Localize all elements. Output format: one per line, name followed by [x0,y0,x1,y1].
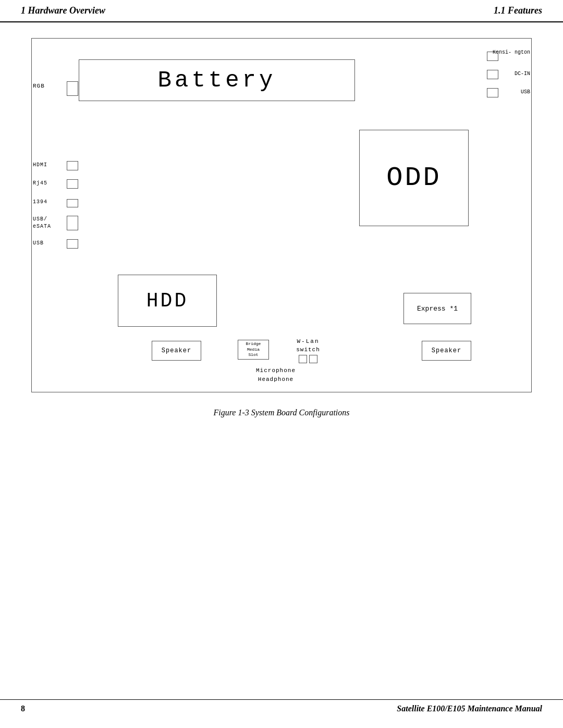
footer-page-number: 8 [21,704,25,713]
usbesata-label: USB/eSATA [33,216,51,230]
header-subsection: 1.1 Features [494,5,542,16]
odd-block: ODD [359,130,469,226]
usbleft-box [67,239,78,249]
microphone-label: Microphone [256,367,296,374]
battery-block: Battery [79,59,355,101]
hdd-label: HDD [146,290,188,312]
footer-document-title: Satellite E100/E105 Maintenance Manual [397,704,542,713]
usbesata-box [67,216,78,230]
rj45-label: Rj45 [33,180,47,186]
main-content: Battery ODD HDD Express *1 Speaker Speak… [0,38,563,417]
dcin-box [487,70,498,79]
bridge-media-slot-block: BridgeMediaSlot [238,340,269,360]
kensington-label: Kensi- ngton [493,49,530,56]
battery-label: Battery [158,67,276,93]
mic-hp-area: Microphone Headphone [256,366,296,385]
express-block: Express *1 [403,293,471,324]
hdd-block: HDD [118,275,217,327]
wlan-box-1 [299,355,307,363]
wlan-boxes [282,355,334,363]
speaker-right-label: Speaker [432,347,461,354]
speaker-left-label: Speaker [162,347,191,354]
rgb-box [67,81,78,96]
headphone-label: Headphone [258,376,293,382]
usb-right-box [487,88,498,97]
caption-text: Figure 1-3 System Board Configurations [213,408,349,417]
hdmi-label: HDMI [33,162,47,168]
wlan-box-2 [309,355,317,363]
i1394-box [67,199,78,207]
page-footer: 8 Satellite E100/E105 Maintenance Manual [0,699,563,718]
speaker-left-block: Speaker [152,341,201,361]
express-label: Express *1 [417,305,458,313]
usbleft-label: USB [33,240,44,246]
hdmi-box [67,161,78,170]
page-header: 1 Hardware Overview 1.1 Features [0,0,563,22]
odd-label: ODD [386,163,442,193]
i1394-label: 1394 [33,199,47,205]
speaker-right-block: Speaker [422,341,471,361]
wlan-area: W-Lan switch [282,338,334,363]
rj45-box [67,179,78,189]
rgb-label: RGB [33,83,45,89]
header-section: 1 Hardware Overview [21,5,105,16]
usb-right-label: USB [521,89,530,95]
system-board-diagram: Battery ODD HDD Express *1 Speaker Speak… [31,38,532,392]
dcin-label: DC-IN [515,71,530,77]
switch-label: switch [282,347,334,353]
bridge-label: BridgeMediaSlot [246,341,261,357]
wlan-label: W-Lan [282,338,334,344]
figure-caption: Figure 1-3 System Board Configurations [21,408,542,417]
